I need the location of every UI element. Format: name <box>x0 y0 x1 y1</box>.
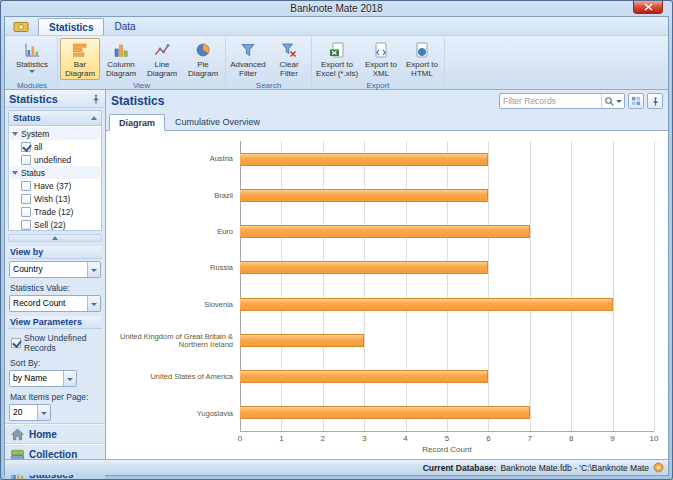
nav-label: Home <box>29 429 57 440</box>
bar-diagram-button[interactable]: Bar Diagram <box>60 38 100 80</box>
max-items-combo[interactable]: 20 <box>9 404 51 421</box>
export-html-icon <box>414 42 430 58</box>
combo-dropdown-button[interactable] <box>63 371 76 386</box>
button-label: Line Diagram <box>143 60 181 78</box>
chart-bar[interactable] <box>240 406 530 419</box>
page-title: Statistics <box>111 94 499 108</box>
tab-cumulative-overview[interactable]: Cumulative Overview <box>165 113 270 130</box>
chart-x-axis: 012345678910 <box>110 432 654 445</box>
statistics-value-combo[interactable]: Record Count <box>9 295 101 312</box>
status-filter-item[interactable]: Have (37) <box>10 179 100 192</box>
ribbon-tab-statistics[interactable]: Statistics <box>38 18 104 35</box>
clear-filter-button[interactable]: Clear Filter <box>269 38 309 80</box>
ribbon-group-view: Bar Diagram Column Diagram Line Diagram <box>58 37 226 88</box>
category-label: United States of America <box>110 359 240 395</box>
checkbox[interactable] <box>11 338 21 348</box>
category-label: Yugoslavia <box>110 396 240 432</box>
x-tick-label: 6 <box>486 434 490 443</box>
show-undefined-records-checkbox[interactable]: Show Undefined Records <box>11 333 99 353</box>
pin-panel-button[interactable] <box>647 93 663 109</box>
collapse-arrow-icon <box>12 171 18 175</box>
tab-diagram[interactable]: Diagram <box>109 114 165 131</box>
sort-by-combo[interactable]: by Name <box>9 370 77 387</box>
splitter-chevron-icon <box>52 236 58 240</box>
database-status-icon[interactable] <box>653 462 664 473</box>
chart-bar[interactable] <box>240 189 488 202</box>
status-filter-item[interactable]: all <box>10 140 100 153</box>
chart-bar[interactable] <box>240 298 613 311</box>
chart-bar[interactable] <box>240 153 488 166</box>
filter-records-box <box>499 93 625 109</box>
checkbox[interactable] <box>21 220 31 230</box>
filter-records-input[interactable] <box>500 96 601 106</box>
column-diagram-button[interactable]: Column Diagram <box>101 38 141 80</box>
ribbon-group-modules: Statistics Modules <box>7 37 58 88</box>
checkbox[interactable] <box>21 181 31 191</box>
status-filter-item[interactable]: undefined <box>10 153 100 166</box>
chart-bar[interactable] <box>240 225 530 238</box>
combo-dropdown-button[interactable] <box>37 405 50 420</box>
checkbox[interactable] <box>21 194 31 204</box>
checkbox-label: all <box>34 142 43 152</box>
tab-label: Statistics <box>49 22 93 33</box>
main-panel: Statistics <box>106 90 668 459</box>
tree-group-label: System <box>21 129 49 139</box>
export-excel-button[interactable]: Export to Excel (*.xls) <box>314 38 360 80</box>
status-filter-item[interactable]: Sell (22) <box>10 218 100 231</box>
checkbox-label: Sell (22) <box>34 220 66 230</box>
ribbon: Statistics Modules Bar Diagram <box>5 36 668 90</box>
status-bar: Current Database: Banknote Mate.fdb - 'C… <box>5 459 668 475</box>
bar-track <box>240 141 654 177</box>
statistics-module-button[interactable]: Statistics <box>9 38 55 80</box>
status-filter-item[interactable]: Trade (12) <box>10 205 100 218</box>
window-title: Banknote Mate 2018 <box>290 3 382 14</box>
ribbon-tab-data[interactable]: Data <box>104 18 145 35</box>
tree-group-header[interactable]: Status <box>10 166 100 179</box>
title-bar[interactable]: Banknote Mate 2018 <box>4 1 669 16</box>
dropdown-caret-icon <box>29 70 35 73</box>
combo-dropdown-button[interactable] <box>87 262 100 277</box>
button-label: Bar Diagram <box>61 60 99 78</box>
filter-search-button[interactable] <box>601 94 624 108</box>
collapse-arrow-icon <box>12 132 18 136</box>
export-xml-icon <box>373 42 389 58</box>
nav-label: Collection <box>29 449 77 460</box>
statistics-value-label: Statistics Value: <box>10 283 100 293</box>
category-label: Slovenia <box>110 287 240 323</box>
x-tick-label: 1 <box>279 434 283 443</box>
ribbon-group-export: Export to Excel (*.xls) Export to XML Ex… <box>312 37 445 88</box>
status-filter-item[interactable]: Wish (13) <box>10 192 100 205</box>
chart-bar[interactable] <box>240 334 364 347</box>
checkbox[interactable] <box>21 207 31 217</box>
chart-rows <box>240 141 654 431</box>
bar-chart: AustriaBrazilEuroRussiaSloveniaUnited Ki… <box>106 131 668 459</box>
button-label: Export to HTML <box>403 60 441 78</box>
pie-diagram-icon <box>195 42 211 58</box>
advanced-filter-button[interactable]: Advanced Filter <box>228 38 268 80</box>
combo-dropdown-button[interactable] <box>87 296 100 311</box>
caret-down-icon <box>91 303 97 306</box>
close-icon <box>644 3 653 11</box>
document-tabs: Diagram Cumulative Overview <box>106 112 668 131</box>
view-by-combo[interactable]: Country <box>9 261 101 278</box>
export-xml-button[interactable]: Export to XML <box>361 38 401 80</box>
export-html-button[interactable]: Export to HTML <box>402 38 442 80</box>
button-label: Pie Diagram <box>184 60 222 78</box>
checkbox[interactable] <box>21 155 31 165</box>
view-options-button[interactable] <box>628 93 644 109</box>
checkbox[interactable] <box>21 142 31 152</box>
max-items-label: Max Items per Page: <box>10 392 100 402</box>
pin-icon[interactable] <box>91 94 101 104</box>
status-panel-header[interactable]: Status <box>8 110 102 125</box>
nav-item-home[interactable]: Home <box>5 424 105 444</box>
tree-group-header[interactable]: System <box>10 127 100 140</box>
line-diagram-button[interactable]: Line Diagram <box>142 38 182 80</box>
chart-bar[interactable] <box>240 370 488 383</box>
app-menu-button[interactable] <box>9 18 33 35</box>
pie-diagram-button[interactable]: Pie Diagram <box>183 38 223 80</box>
checkbox-label: Show Undefined Records <box>24 333 99 353</box>
chart-bar[interactable] <box>240 261 488 274</box>
close-button[interactable] <box>633 1 663 14</box>
panel-splitter[interactable] <box>8 234 102 242</box>
status-tree: SystemallundefinedStatusHave (37)Wish (1… <box>8 125 102 231</box>
